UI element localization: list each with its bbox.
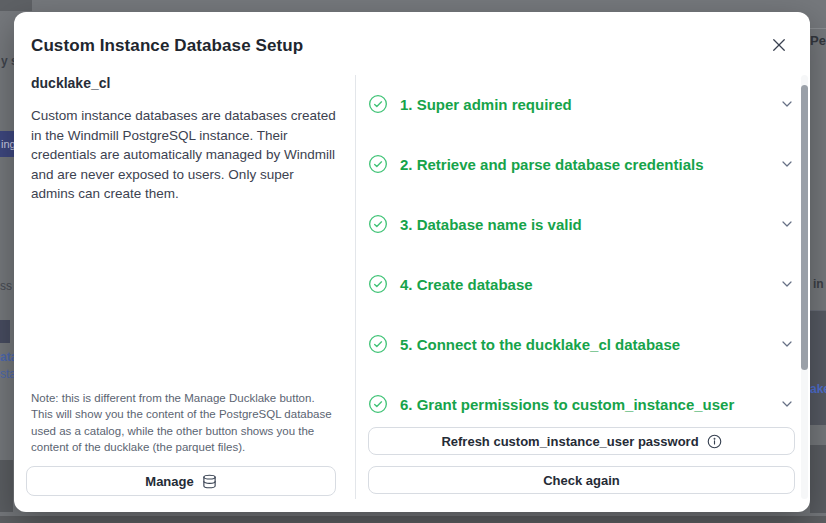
refresh-password-label: Refresh custom_instance_user password bbox=[441, 434, 698, 449]
manage-note: Note: this is different from the Manage … bbox=[31, 390, 339, 455]
check-circle-icon bbox=[368, 394, 388, 414]
chevron-down-icon[interactable] bbox=[779, 276, 795, 292]
background-active-nav-fragment: ing bbox=[0, 131, 14, 157]
panel-divider bbox=[355, 75, 356, 499]
chevron-down-icon[interactable] bbox=[779, 96, 795, 112]
step-row-database-name-valid[interactable]: 3. Database name is valid bbox=[368, 212, 795, 236]
info-icon bbox=[707, 434, 722, 449]
background-divider-fragment bbox=[810, 28, 826, 29]
step-label: 1. Super admin required bbox=[400, 96, 572, 113]
step-label: 2. Retrieve and parse database credentia… bbox=[400, 156, 703, 173]
step-row-retrieve-credentials[interactable]: 2. Retrieve and parse database credentia… bbox=[368, 152, 795, 176]
step-row-grant-permissions[interactable]: 6. Grant permissions to custom_instance_… bbox=[368, 392, 795, 416]
database-name-heading: ducklake_cl bbox=[31, 75, 337, 91]
refresh-password-button[interactable]: Refresh custom_instance_user password bbox=[368, 427, 795, 455]
check-circle-icon bbox=[368, 94, 388, 114]
background-text-fragment: Pe bbox=[810, 33, 826, 48]
step-row-create-database[interactable]: 4. Create database bbox=[368, 272, 795, 296]
step-label: 4. Create database bbox=[400, 276, 533, 293]
background-row-fragment bbox=[0, 320, 10, 343]
check-again-label: Check again bbox=[543, 473, 620, 488]
dialog-title: Custom Instance Database Setup bbox=[31, 36, 303, 56]
background-header-strip bbox=[0, 0, 32, 11]
check-again-button[interactable]: Check again bbox=[368, 466, 795, 494]
chevron-down-icon[interactable] bbox=[779, 216, 795, 232]
left-panel: ducklake_cl Custom instance databases ar… bbox=[31, 75, 337, 204]
step-label: 5. Connect to the ducklake_cl database bbox=[400, 336, 680, 353]
database-description: Custom instance databases are databases … bbox=[31, 106, 337, 204]
background-row-fragment bbox=[810, 310, 826, 425]
close-button[interactable] bbox=[768, 34, 790, 56]
manage-button[interactable]: Manage bbox=[26, 466, 336, 496]
background-link-fragment: ake bbox=[810, 382, 826, 396]
step-label: 3. Database name is valid bbox=[400, 216, 582, 233]
custom-instance-database-setup-dialog: Custom Instance Database Setup ducklake_… bbox=[14, 12, 810, 512]
step-label: 6. Grant permissions to custom_instance_… bbox=[400, 396, 734, 413]
step-row-super-admin[interactable]: 1. Super admin required bbox=[368, 92, 795, 116]
chevron-down-icon[interactable] bbox=[779, 396, 795, 412]
background-block-fragment bbox=[0, 460, 13, 512]
background-text-fragment: ss bbox=[0, 279, 12, 293]
chevron-down-icon[interactable] bbox=[779, 156, 795, 172]
close-icon bbox=[770, 36, 788, 54]
chevron-down-icon[interactable] bbox=[779, 336, 795, 352]
check-circle-icon bbox=[368, 154, 388, 174]
check-circle-icon bbox=[368, 274, 388, 294]
manage-button-label: Manage bbox=[145, 474, 193, 489]
step-row-connect-database[interactable]: 5. Connect to the ducklake_cl database bbox=[368, 332, 795, 356]
check-circle-icon bbox=[368, 334, 388, 354]
background-footer-strip bbox=[0, 516, 826, 523]
background-block-fragment bbox=[810, 445, 826, 513]
database-icon bbox=[202, 474, 217, 489]
scrollbar-thumb[interactable] bbox=[801, 85, 808, 370]
check-circle-icon bbox=[368, 214, 388, 234]
